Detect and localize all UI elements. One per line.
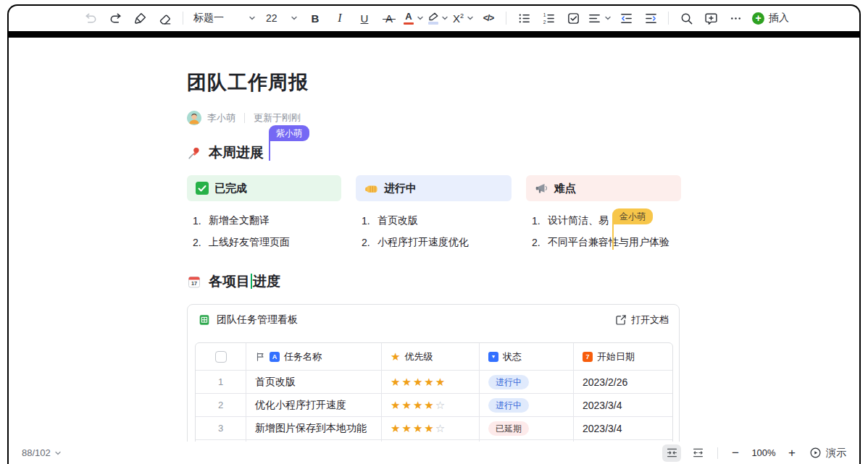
present-button[interactable]: 演示 — [809, 447, 846, 460]
author-avatar[interactable] — [187, 111, 201, 125]
list-item[interactable]: 1.首页改版 — [362, 210, 469, 232]
badge-in-progress[interactable]: 进行中 — [356, 175, 512, 201]
star-filled-icon[interactable]: ★ — [413, 422, 424, 435]
more-icon — [729, 12, 743, 25]
star-filled-icon[interactable]: ★ — [413, 399, 424, 412]
undo-button[interactable] — [80, 8, 103, 28]
insert-button[interactable]: + 插入 — [752, 12, 789, 25]
badge-done[interactable]: 已完成 — [187, 175, 341, 201]
author-name[interactable]: 李小萌 — [207, 111, 235, 125]
badge-difficulties[interactable]: 难点 — [526, 175, 681, 201]
status-cell[interactable]: 进行中 — [479, 394, 573, 416]
star-empty-icon[interactable]: ☆ — [435, 399, 446, 412]
star-filled-icon[interactable]: ★ — [391, 399, 401, 412]
play-icon — [809, 447, 822, 459]
megaphone-icon — [535, 182, 548, 195]
task-name-cell[interactable]: 优化小程序打开速度 — [246, 394, 381, 416]
star-filled-icon[interactable]: ★ — [401, 376, 412, 389]
list-item[interactable]: 2.小程序打开速度优化 — [362, 232, 469, 253]
star-filled-icon[interactable]: ★ — [424, 376, 435, 389]
section-heading-progress[interactable]: 本周进展 — [187, 143, 264, 162]
heading-style-dropdown[interactable]: 标题一 — [189, 8, 260, 28]
document-title[interactable]: 团队工作周报 — [187, 69, 309, 96]
star-filled-icon[interactable]: ★ — [413, 376, 424, 389]
embedded-sheet-card[interactable]: 团队任务管理看板 打开文档 A 任务名称 — [187, 304, 680, 442]
word-count-dropdown[interactable]: 88/102 — [22, 447, 62, 458]
star-filled-icon[interactable]: ★ — [424, 422, 435, 435]
star-empty-icon[interactable]: ☆ — [435, 422, 446, 435]
toolbar-divider — [506, 12, 506, 25]
priority-cell[interactable]: ★★★★★ — [381, 371, 479, 393]
document-canvas[interactable]: 团队工作周报 李小萌 更新于刚刚 紫小萌 本周进展 已完成 — [9, 38, 859, 442]
more-button[interactable] — [724, 8, 747, 28]
spreadsheet-icon — [198, 313, 211, 326]
font-size-dropdown[interactable]: 22 — [262, 8, 302, 28]
search-button[interactable] — [675, 8, 698, 28]
clear-format-button[interactable] — [154, 8, 177, 28]
priority-cell[interactable]: ★★★★☆ — [381, 417, 479, 439]
italic-button[interactable]: I — [328, 8, 351, 28]
date-cell[interactable]: 2023/3/4 — [573, 394, 672, 416]
font-size-value: 22 — [266, 12, 277, 24]
code-block-button[interactable]: </> — [477, 8, 500, 28]
superscript-dropdown[interactable]: X2 — [451, 8, 475, 28]
date-cell[interactable]: 2023/3/4 — [573, 417, 672, 439]
format-painter-icon — [133, 12, 147, 25]
zoom-in-button[interactable]: + — [785, 447, 799, 459]
zoom-out-button[interactable]: − — [728, 447, 743, 459]
bold-button[interactable]: B — [304, 8, 327, 28]
star-filled-icon[interactable]: ★ — [424, 399, 435, 412]
font-color-dropdown[interactable]: A — [402, 8, 425, 28]
highlight-color-dropdown[interactable] — [427, 8, 450, 28]
list-item[interactable]: 2.不同平台兼容性与用户体验 — [532, 232, 669, 253]
format-painter-button[interactable] — [129, 8, 152, 28]
underline-button[interactable]: U — [353, 8, 376, 28]
bullet-list-button[interactable] — [512, 8, 535, 28]
priority-cell[interactable]: ★★★★☆ — [381, 394, 479, 416]
table-row[interactable]: 1首页改版★★★★★进行中2023/2/26 — [196, 370, 672, 393]
star-filled-icon[interactable]: ★ — [391, 376, 401, 389]
status-badge: 进行中 — [488, 375, 529, 389]
alignment-dropdown[interactable] — [586, 8, 613, 28]
outdent-button[interactable] — [614, 8, 638, 28]
search-icon — [680, 12, 693, 25]
status-cell[interactable]: 已延期 — [479, 417, 573, 439]
star-filled-icon[interactable]: ★ — [435, 376, 446, 389]
standard-width-button[interactable] — [662, 444, 681, 462]
list-item[interactable]: 2.上线好友管理页面 — [193, 232, 290, 253]
task-name-cell[interactable]: 新增图片保存到本地功能 — [246, 417, 381, 439]
checkbox[interactable] — [215, 351, 227, 363]
task-table: A 任务名称 ★ 优先级 ▼ 状态 7 开始日期 1首页改版★★★★★进行中20… — [195, 342, 673, 442]
date-cell[interactable]: 2023/2/26 — [573, 371, 672, 393]
section-heading-projects[interactable]: 17 各项目进度 — [187, 272, 280, 291]
done-list[interactable]: 1.新增全文翻译2.上线好友管理页面 — [193, 210, 290, 253]
column-header-status[interactable]: ▼ 状态 — [479, 343, 573, 370]
heading-text[interactable]: 各项目进度 — [209, 272, 280, 291]
in-progress-list[interactable]: 1.首页改版2.小程序打开速度优化 — [362, 210, 469, 253]
redo-button[interactable] — [104, 8, 128, 28]
full-width-button[interactable] — [688, 444, 707, 462]
status-cell[interactable]: 进行中 — [479, 371, 573, 393]
list-item[interactable]: 1.新增全文翻译 — [193, 210, 290, 232]
comment-button[interactable] — [699, 8, 722, 28]
task-name-cell[interactable]: 首页改版 — [246, 371, 381, 393]
star-filled-icon[interactable]: ★ — [401, 399, 412, 412]
column-header-date[interactable]: 7 开始日期 — [573, 343, 672, 370]
table-row[interactable]: 3新增图片保存到本地功能★★★★☆已延期2023/3/4 — [196, 416, 672, 439]
task-list-button[interactable] — [562, 8, 585, 28]
open-document-button[interactable]: 打开文档 — [615, 313, 669, 326]
table-header-row: A 任务名称 ★ 优先级 ▼ 状态 7 开始日期 — [196, 343, 672, 370]
zoom-level[interactable]: 100% — [750, 447, 777, 458]
open-document-label: 打开文档 — [631, 313, 669, 326]
column-header-priority[interactable]: ★ 优先级 — [381, 343, 479, 370]
heading-text[interactable]: 本周进展 — [209, 143, 264, 162]
indent-button[interactable] — [639, 8, 662, 28]
numbered-list-button[interactable]: 1 2 — [537, 8, 560, 28]
table-row[interactable]: 2优化小程序打开速度★★★★☆进行中2023/3/4 — [196, 393, 672, 416]
strikethrough-button[interactable]: A — [377, 8, 401, 28]
strikethrough-icon: A — [384, 12, 394, 25]
column-header-task[interactable]: A 任务名称 — [246, 343, 381, 370]
star-filled-icon[interactable]: ★ — [391, 422, 401, 435]
undo-icon — [84, 12, 98, 25]
star-filled-icon[interactable]: ★ — [401, 422, 412, 435]
